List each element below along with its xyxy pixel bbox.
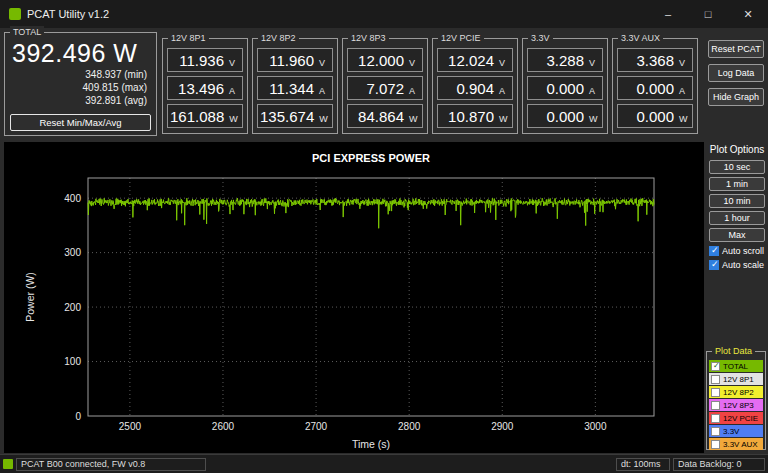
window-title: PCAT Utility v1.2: [27, 8, 109, 20]
svg-text:Time (s): Time (s): [352, 438, 390, 450]
current-reading: 13.496A: [167, 76, 243, 100]
current-reading: 11.344A: [257, 76, 333, 100]
legend-item-12v-pcie[interactable]: 12V PCIE: [709, 412, 763, 424]
rail-group-12v-8p3: 12V 8P3 12.000V 7.072A 84.864W: [342, 38, 428, 134]
svg-text:400: 400: [64, 193, 81, 204]
rail-group-12v-8p1: 12V 8P1 11.936V 13.496A 161.088W: [162, 38, 248, 134]
legend-3v3-checkbox[interactable]: [711, 427, 720, 436]
svg-text:100: 100: [64, 356, 81, 367]
legend-item-label: 3.3V AUX: [723, 440, 758, 449]
status-bar: PCAT B00 connected, FW v0.8 dt: 100ms Da…: [0, 454, 768, 473]
reading-unit: A: [229, 86, 238, 96]
total-power-number: 392.496: [12, 39, 106, 67]
total-power-unit: W: [113, 39, 137, 67]
reading-value: 0.000: [636, 80, 674, 97]
reading-value: 12.024: [448, 52, 494, 69]
svg-text:2900: 2900: [491, 421, 514, 432]
reading-unit: W: [589, 114, 598, 124]
legend-item-12v-8p1[interactable]: 12V 8P1: [709, 373, 763, 385]
reading-value: 7.072: [366, 80, 404, 97]
legend-item-total[interactable]: TOTAL: [709, 360, 763, 372]
auto-scale-label: Auto scale: [722, 260, 764, 270]
minimize-button[interactable]: –: [648, 0, 688, 28]
voltage-reading: 3.368V: [617, 48, 693, 72]
rail-group-12v-pcie: 12V PCIE 12.024V 0.904A 10.870W: [432, 38, 518, 134]
legend-item-label: 3.3V: [723, 427, 739, 436]
connection-status: PCAT B00 connected, FW v0.8: [16, 458, 206, 471]
legend-12v8p1-checkbox[interactable]: [711, 375, 720, 384]
reset-pcat-button[interactable]: Reset PCAT: [708, 40, 764, 58]
reading-value: 135.674: [260, 108, 314, 125]
auto-scroll-checkbox[interactable]: [709, 246, 719, 256]
title-bar: PCAT Utility v1.2 – □ ✕: [0, 0, 768, 28]
legend-item-12v-8p2[interactable]: 12V 8P2: [709, 386, 763, 398]
rail-group-3v3-aux: 3.3V AUX 3.368V 0.000A 0.000W: [612, 38, 698, 134]
auto-scale-row: Auto scale: [709, 260, 768, 270]
legend-item-12v-8p3[interactable]: 12V 8P3: [709, 399, 763, 411]
reading-value: 12.000: [358, 52, 404, 69]
legend-item-label: 12V PCIE: [723, 414, 758, 423]
current-reading: 0.000A: [617, 76, 693, 100]
rail-label: 3.3V AUX: [618, 32, 663, 45]
plot-options-panel: Plot Options 10 sec 1 min 10 min 1 hour …: [706, 142, 768, 453]
maximize-button[interactable]: □: [688, 0, 728, 28]
reading-unit: W: [229, 114, 238, 124]
range-10sec-button[interactable]: 10 sec: [709, 160, 765, 174]
power-reading: 84.864W: [347, 104, 423, 128]
pcat-utility-window: PCAT Utility v1.2 – □ ✕ TOTAL 392.496 W …: [0, 0, 768, 473]
reading-unit: W: [409, 114, 418, 124]
reading-value: 0.904: [456, 80, 494, 97]
reading-value: 3.368: [636, 52, 674, 69]
svg-text:2700: 2700: [305, 421, 328, 432]
plot-data-label: Plot Data: [712, 345, 755, 358]
svg-text:Power (W): Power (W): [24, 272, 36, 322]
reading-value: 11.960: [269, 52, 314, 69]
range-max-button[interactable]: Max: [709, 228, 765, 242]
auto-scale-checkbox[interactable]: [709, 260, 719, 270]
legend-3v3aux-checkbox[interactable]: [711, 440, 720, 449]
range-1hour-button[interactable]: 1 hour: [709, 211, 765, 225]
svg-text:2800: 2800: [398, 421, 421, 432]
plot-options-label: Plot Options: [706, 144, 768, 155]
reading-value: 11.936: [179, 52, 224, 69]
log-data-button[interactable]: Log Data: [708, 64, 764, 82]
window-controls: – □ ✕: [648, 0, 768, 28]
data-backlog: Data Backlog: 0: [673, 458, 765, 471]
total-group-label: TOTAL: [10, 26, 44, 39]
legend-item-label: 12V 8P1: [723, 375, 754, 384]
svg-text:2600: 2600: [212, 421, 235, 432]
reading-value: 3.288: [546, 52, 584, 69]
legend-item-3v3[interactable]: 3.3V: [709, 425, 763, 437]
reading-unit: W: [319, 114, 328, 124]
voltage-reading: 11.960V: [257, 48, 333, 72]
reading-unit: V: [589, 58, 598, 68]
reading-unit: V: [409, 58, 418, 68]
reading-value: 13.496: [178, 80, 224, 97]
power-reading: 0.000W: [527, 104, 603, 128]
close-button[interactable]: ✕: [728, 0, 768, 28]
reading-unit: A: [409, 86, 418, 96]
total-max: 409.815 (max): [5, 81, 156, 94]
legend-item-3v3-aux[interactable]: 3.3V AUX: [709, 438, 763, 450]
legend-12vpcie-checkbox[interactable]: [711, 414, 720, 423]
current-reading: 0.000A: [527, 76, 603, 100]
reading-value: 0.000: [546, 80, 584, 97]
hide-graph-button[interactable]: Hide Graph: [708, 88, 764, 106]
legend-total-checkbox[interactable]: [711, 362, 720, 371]
power-reading: 0.000W: [617, 104, 693, 128]
range-10min-button[interactable]: 10 min: [709, 194, 765, 208]
auto-scroll-row: Auto scroll: [709, 246, 768, 256]
svg-text:3000: 3000: [584, 421, 607, 432]
legend-item-label: 12V 8P2: [723, 388, 754, 397]
rail-label: 12V 8P3: [348, 32, 389, 45]
range-1min-button[interactable]: 1 min: [709, 177, 765, 191]
svg-text:300: 300: [64, 247, 81, 258]
reading-value: 0.000: [636, 108, 674, 125]
app-icon: [9, 8, 21, 20]
legend-12v8p3-checkbox[interactable]: [711, 401, 720, 410]
power-reading: 161.088W: [167, 104, 243, 128]
legend-12v8p2-checkbox[interactable]: [711, 388, 720, 397]
svg-text:0: 0: [75, 411, 81, 422]
reset-minmaxavg-button[interactable]: Reset Min/Max/Avg: [10, 114, 151, 131]
reading-value: 161.088: [170, 108, 224, 125]
